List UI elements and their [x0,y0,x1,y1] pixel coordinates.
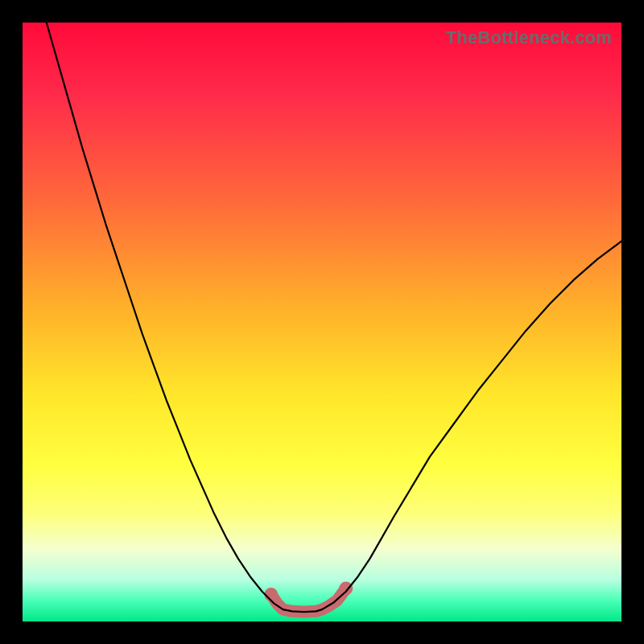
highlight-band-endpoint [339,582,353,596]
chart-frame: TheBottleneck.com [0,0,644,644]
chart-svg [23,23,621,621]
watermark-text: TheBottleneck.com [446,27,612,48]
bottleneck-curve [47,23,621,612]
plot-area: TheBottleneck.com [23,23,621,621]
